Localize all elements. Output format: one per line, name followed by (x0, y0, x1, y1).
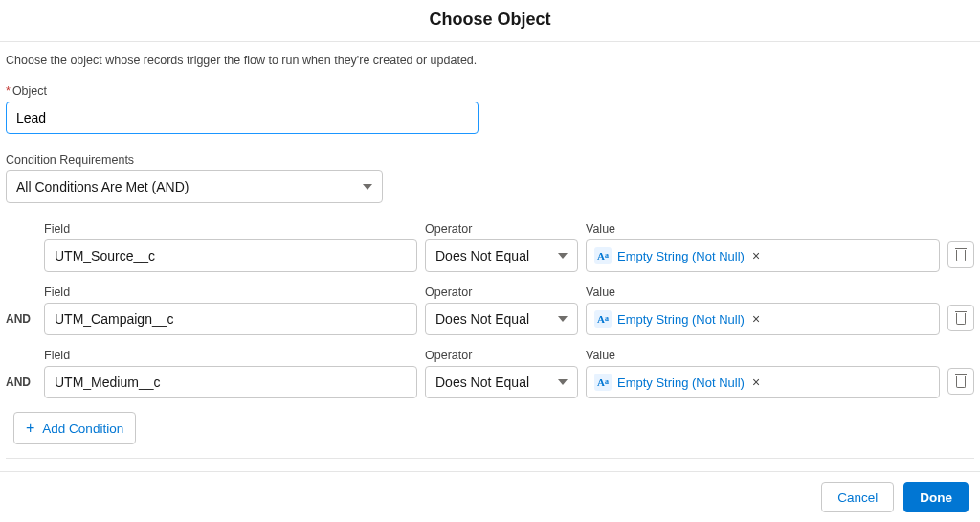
remove-pill-icon[interactable]: × (750, 249, 762, 262)
operator-header: Operator (425, 222, 578, 236)
condition-row: Field UTM_Source__c Operator Does Not Eq… (6, 222, 974, 272)
page-title: Choose Object (0, 0, 980, 41)
cancel-button[interactable]: Cancel (821, 482, 894, 512)
trash-icon (955, 311, 967, 325)
operator-header: Operator (425, 349, 578, 362)
condition-requirements-label: Condition Requirements (6, 153, 974, 167)
operator-value: Does Not Equal (435, 311, 529, 327)
operator-value: Does Not Equal (435, 248, 529, 263)
field-header: Field (44, 285, 417, 299)
object-label: Object (6, 84, 974, 98)
field-input[interactable]: UTM_Medium__c (44, 366, 417, 398)
field-value: UTM_Campaign__c (55, 311, 174, 327)
operator-select[interactable]: Does Not Equal (425, 303, 578, 335)
value-pill: Aa Empty String (Not Null) × (594, 310, 762, 328)
field-header: Field (44, 349, 417, 362)
value-header: Value (586, 285, 940, 299)
text-type-icon: Aa (594, 247, 612, 264)
delete-row-button[interactable] (947, 368, 974, 395)
value-header: Value (586, 222, 940, 236)
field-input[interactable]: UTM_Campaign__c (44, 303, 417, 335)
value-pill-text: Empty String (Not Null) (617, 312, 745, 327)
condition-row: AND Field UTM_Campaign__c Operator Does … (6, 285, 974, 335)
value-pill: Aa Empty String (Not Null) × (594, 247, 762, 264)
plus-icon: + (26, 420, 34, 436)
operator-header: Operator (425, 285, 578, 299)
value-input[interactable]: Aa Empty String (Not Null) × (586, 239, 940, 272)
logic-cell: AND (6, 375, 36, 398)
value-pill-text: Empty String (Not Null) (617, 249, 745, 263)
field-header: Field (44, 222, 417, 236)
field-input[interactable]: UTM_Source__c (44, 239, 417, 272)
value-input[interactable]: Aa Empty String (Not Null) × (586, 303, 940, 335)
field-value: UTM_Medium__c (55, 374, 160, 390)
trash-icon (955, 248, 967, 261)
delete-row-button[interactable] (947, 241, 974, 268)
logic-cell (6, 262, 36, 272)
condition-row: AND Field UTM_Medium__c Operator Does No… (6, 349, 974, 398)
object-input[interactable] (6, 102, 479, 134)
value-input[interactable]: Aa Empty String (Not Null) × (586, 366, 940, 398)
footer: Cancel Done (0, 471, 980, 522)
condition-requirements-select[interactable]: All Conditions Are Met (AND) (6, 170, 383, 203)
chevron-down-icon (363, 184, 372, 190)
operator-select[interactable]: Does Not Equal (425, 366, 578, 398)
divider (6, 458, 974, 459)
condition-requirements-value: All Conditions Are Met (AND) (16, 179, 189, 194)
delete-row-button[interactable] (947, 305, 974, 331)
value-header: Value (586, 349, 940, 362)
trash-icon (955, 374, 967, 388)
add-condition-button[interactable]: + Add Condition (13, 412, 136, 444)
text-type-icon: Aa (594, 374, 612, 391)
remove-pill-icon[interactable]: × (750, 312, 762, 326)
text-type-icon: Aa (594, 310, 612, 328)
operator-select[interactable]: Does Not Equal (425, 239, 578, 272)
chevron-down-icon (558, 316, 568, 322)
value-pill: Aa Empty String (Not Null) × (594, 374, 762, 391)
field-value: UTM_Source__c (55, 248, 155, 263)
logic-cell: AND (6, 312, 36, 335)
done-button[interactable]: Done (903, 482, 969, 512)
chevron-down-icon (558, 379, 568, 385)
value-pill-text: Empty String (Not Null) (617, 375, 745, 390)
add-condition-label: Add Condition (42, 421, 123, 436)
operator-value: Does Not Equal (435, 374, 529, 390)
chevron-down-icon (558, 253, 568, 259)
description-text: Choose the object whose records trigger … (6, 54, 974, 67)
remove-pill-icon[interactable]: × (750, 375, 762, 389)
